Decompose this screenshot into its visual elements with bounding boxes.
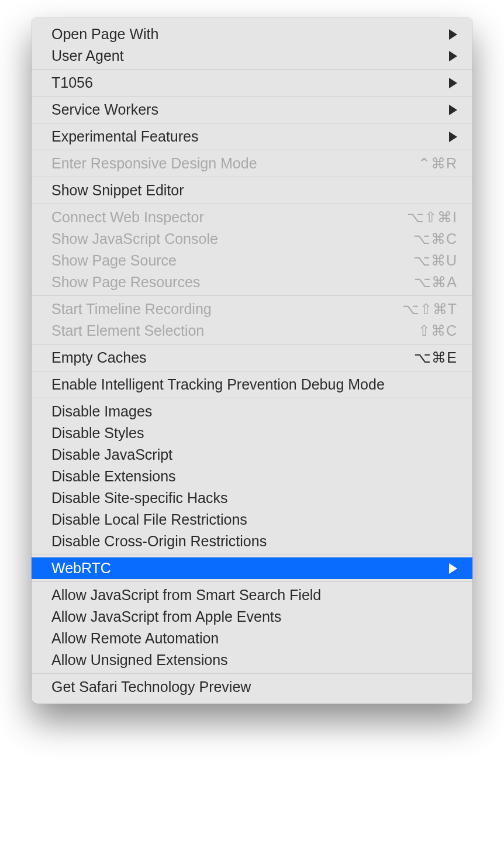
menu-group: Disable ImagesDisable StylesDisable Java… bbox=[32, 398, 472, 555]
menu-item-shortcut: ⌥⇧⌘I bbox=[407, 209, 457, 226]
menu-item-allow-javascript-from-apple-events[interactable]: Allow JavaScript from Apple Events bbox=[32, 606, 472, 628]
menu-item-label: Enter Responsive Design Mode bbox=[51, 155, 418, 172]
menu-item-label: Empty Caches bbox=[51, 349, 414, 366]
menu-item-empty-caches[interactable]: Empty Caches⌥⌘E bbox=[32, 347, 472, 368]
menu-group: Experimental Features bbox=[32, 123, 472, 150]
menu-item-disable-extensions[interactable]: Disable Extensions bbox=[32, 466, 472, 487]
menu-item-shortcut: ⌥⌘C bbox=[413, 230, 457, 247]
menu-item-label: Enable Intelligent Tracking Prevention D… bbox=[51, 376, 457, 393]
menu-item-disable-styles[interactable]: Disable Styles bbox=[32, 422, 472, 444]
menu-item-shortcut: ⇧⌘C bbox=[418, 322, 457, 339]
menu-item-show-page-resources: Show Page Resources⌥⌘A bbox=[32, 271, 472, 293]
menu-item-shortcut: ⌥⌘U bbox=[413, 252, 457, 269]
menu-item-shortcut: ⌃⌘R bbox=[418, 155, 457, 172]
chevron-right-icon bbox=[449, 132, 457, 142]
menu-item-label: Disable Cross-Origin Restrictions bbox=[51, 533, 457, 550]
menu-item-shortcut: ⌥⌘E bbox=[414, 349, 457, 366]
chevron-right-icon bbox=[449, 105, 457, 115]
menu-item-label: Show Page Resources bbox=[51, 274, 414, 291]
menu-item-label: Connect Web Inspector bbox=[51, 209, 407, 226]
menu-item-webrtc[interactable]: WebRTC bbox=[32, 557, 472, 579]
menu-item-shortcut: ⌥⌘A bbox=[414, 274, 457, 291]
menu-item-allow-remote-automation[interactable]: Allow Remote Automation bbox=[32, 628, 472, 649]
menu-group: Enter Responsive Design Mode⌃⌘R bbox=[32, 150, 472, 177]
menu-group: Connect Web Inspector⌥⇧⌘IShow JavaScript… bbox=[32, 204, 472, 296]
stage: Open Page WithUser AgentT1056Service Wor… bbox=[0, 0, 504, 868]
menu-item-label: Show Page Source bbox=[51, 252, 413, 269]
menu-item-disable-images[interactable]: Disable Images bbox=[32, 401, 472, 422]
menu-group: WebRTC bbox=[32, 555, 472, 582]
develop-menu[interactable]: Open Page WithUser AgentT1056Service Wor… bbox=[32, 18, 472, 704]
menu-item-label: Allow Remote Automation bbox=[51, 630, 457, 647]
menu-item-disable-javascript[interactable]: Disable JavaScript bbox=[32, 444, 472, 466]
menu-item-label: Show Snippet Editor bbox=[51, 182, 457, 199]
menu-item-label: T1056 bbox=[51, 74, 449, 91]
menu-item-allow-javascript-from-smart-search-field[interactable]: Allow JavaScript from Smart Search Field bbox=[32, 584, 472, 606]
menu-group: Show Snippet Editor bbox=[32, 177, 472, 204]
menu-item-start-element-selection: Start Element Selection⇧⌘C bbox=[32, 320, 472, 342]
menu-item-show-javascript-console: Show JavaScript Console⌥⌘C bbox=[32, 228, 472, 250]
menu-item-label: Experimental Features bbox=[51, 128, 449, 145]
menu-item-show-page-source: Show Page Source⌥⌘U bbox=[32, 250, 472, 271]
menu-item-service-workers[interactable]: Service Workers bbox=[32, 99, 472, 120]
menu-item-label: Service Workers bbox=[51, 101, 449, 118]
menu-item-label: Disable Extensions bbox=[51, 468, 457, 485]
menu-item-label: Start Element Selection bbox=[51, 322, 418, 339]
chevron-right-icon bbox=[449, 563, 457, 574]
menu-group: Open Page WithUser Agent bbox=[32, 21, 472, 70]
menu-item-disable-site-specific-hacks[interactable]: Disable Site-specific Hacks bbox=[32, 487, 472, 509]
menu-item-allow-unsigned-extensions[interactable]: Allow Unsigned Extensions bbox=[32, 649, 472, 671]
menu-item-enable-intelligent-tracking-prevention-debug-mode[interactable]: Enable Intelligent Tracking Prevention D… bbox=[32, 374, 472, 395]
menu-item-label: Disable JavaScript bbox=[51, 446, 457, 463]
menu-item-label: Disable Local File Restrictions bbox=[51, 511, 457, 528]
menu-item-label: Allow JavaScript from Apple Events bbox=[51, 608, 457, 625]
menu-item-disable-local-file-restrictions[interactable]: Disable Local File Restrictions bbox=[32, 509, 472, 531]
menu-item-label: Get Safari Technology Preview bbox=[51, 678, 457, 695]
menu-item-start-timeline-recording: Start Timeline Recording⌥⇧⌘T bbox=[32, 298, 472, 320]
menu-group: Enable Intelligent Tracking Prevention D… bbox=[32, 371, 472, 398]
menu-item-label: Allow JavaScript from Smart Search Field bbox=[51, 587, 457, 604]
menu-group: Allow JavaScript from Smart Search Field… bbox=[32, 582, 472, 674]
menu-item-label: Disable Site-specific Hacks bbox=[51, 490, 457, 507]
menu-item-t1056[interactable]: T1056 bbox=[32, 72, 472, 94]
menu-item-show-snippet-editor[interactable]: Show Snippet Editor bbox=[32, 180, 472, 201]
menu-item-disable-cross-origin-restrictions[interactable]: Disable Cross-Origin Restrictions bbox=[32, 531, 472, 552]
menu-item-label: Disable Styles bbox=[51, 425, 457, 442]
menu-item-user-agent[interactable]: User Agent bbox=[32, 45, 472, 67]
menu-item-label: WebRTC bbox=[51, 560, 449, 577]
menu-item-label: Disable Images bbox=[51, 403, 457, 420]
menu-group: Service Workers bbox=[32, 97, 472, 123]
chevron-right-icon bbox=[449, 29, 457, 40]
menu-item-shortcut: ⌥⇧⌘T bbox=[402, 301, 457, 318]
menu-item-label: Show JavaScript Console bbox=[51, 230, 413, 247]
menu-item-label: Allow Unsigned Extensions bbox=[51, 652, 457, 669]
menu-item-label: User Agent bbox=[51, 47, 449, 64]
menu-item-label: Open Page With bbox=[51, 26, 449, 43]
menu-group: Get Safari Technology Preview bbox=[32, 674, 472, 700]
menu-group: Empty Caches⌥⌘E bbox=[32, 345, 472, 371]
menu-item-get-safari-technology-preview[interactable]: Get Safari Technology Preview bbox=[32, 676, 472, 698]
menu-item-connect-web-inspector: Connect Web Inspector⌥⇧⌘I bbox=[32, 206, 472, 228]
menu-item-open-page-with[interactable]: Open Page With bbox=[32, 23, 472, 45]
chevron-right-icon bbox=[449, 51, 457, 61]
menu-group: T1056 bbox=[32, 70, 472, 97]
menu-item-label: Start Timeline Recording bbox=[51, 301, 402, 318]
menu-item-enter-responsive-design-mode: Enter Responsive Design Mode⌃⌘R bbox=[32, 153, 472, 174]
menu-item-experimental-features[interactable]: Experimental Features bbox=[32, 126, 472, 147]
menu-group: Start Timeline Recording⌥⇧⌘TStart Elemen… bbox=[32, 296, 472, 345]
chevron-right-icon bbox=[449, 78, 457, 88]
